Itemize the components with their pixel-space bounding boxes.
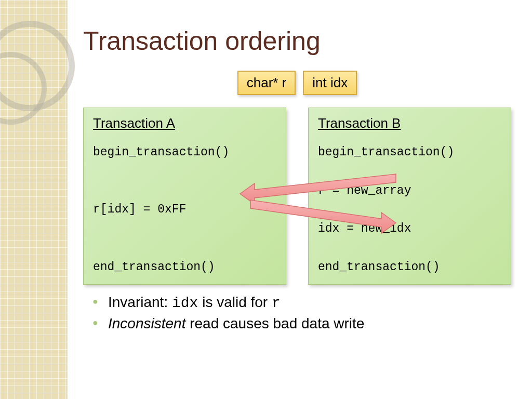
bullet-list: Invariant: idx is valid for r Inconsiste… [92,294,511,332]
bullet2-em: Inconsistent [108,315,185,331]
bullet1-code2: r [272,295,281,311]
pill-int-idx: int idx [303,71,357,95]
panel-b-title: Transaction B [318,115,501,131]
bullet-inconsistent: Inconsistent read causes bad data write [92,315,511,332]
panel-a-code: begin_transaction() r[idx] = 0xFF end_tr… [93,143,276,277]
bullet1-mid: is valid for [198,294,272,310]
panel-transaction-b: Transaction B begin_transaction() r = ne… [308,108,511,285]
bullet1-prefix: Invariant: [108,294,172,310]
bullet1-code1: idx [172,295,198,311]
bullet-invariant: Invariant: idx is valid for r [92,294,511,311]
panel-transaction-a: Transaction A begin_transaction() r[idx]… [83,108,286,285]
panel-a-title: Transaction A [93,115,276,131]
bullet2-rest: read causes bad data write [185,315,364,331]
pill-char-r: char* r [237,71,296,95]
slide-content: Transaction ordering char* r int idx Tra… [68,0,532,399]
slide-title: Transaction ordering [83,26,511,56]
slide-sidebar [0,0,68,399]
panel-b-code: begin_transaction() r = new_array idx = … [318,143,501,277]
transaction-panels: Transaction A begin_transaction() r[idx]… [83,108,511,285]
variable-pills: char* r int idx [83,71,511,95]
